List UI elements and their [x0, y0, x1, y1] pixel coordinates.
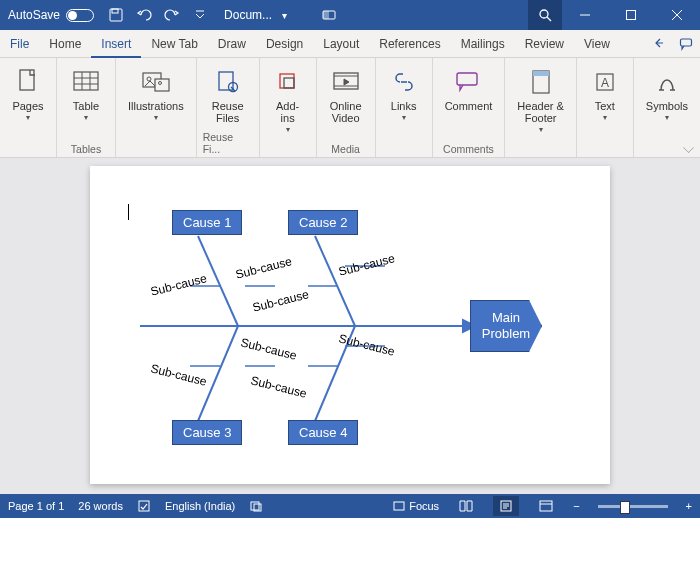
- online-video-button[interactable]: Online Video: [323, 62, 369, 128]
- reuse-files-icon: [212, 66, 244, 98]
- cause1-box[interactable]: Cause 1: [172, 210, 242, 235]
- undo-button[interactable]: [130, 0, 158, 30]
- word-app-icon: [317, 0, 341, 30]
- word-count[interactable]: 26 words: [78, 500, 123, 512]
- tab-mailings[interactable]: Mailings: [451, 30, 515, 58]
- web-layout-button[interactable]: [533, 496, 559, 516]
- qat-customize-button[interactable]: [186, 0, 214, 30]
- chevron-down-icon: ▾: [539, 126, 543, 134]
- document-title[interactable]: Docum...: [214, 8, 282, 22]
- svg-line-26: [315, 236, 355, 326]
- main-problem-box[interactable]: Main Problem: [470, 300, 542, 352]
- chevron-down-icon: ▾: [84, 114, 88, 122]
- group-text: A Text ▾: [577, 58, 634, 157]
- document-page[interactable]: Cause 1 Cause 2 Cause 3 Cause 4 Sub-caus…: [90, 166, 610, 484]
- ribbon: Pages ▾ Table ▾ Tables Illustrations ▾: [0, 58, 700, 158]
- illustrations-icon: [140, 66, 172, 98]
- chevron-down-icon: ▾: [154, 114, 158, 122]
- tab-insert[interactable]: Insert: [91, 30, 141, 58]
- online-video-icon: [330, 66, 362, 98]
- tables-group-label: Tables: [71, 142, 101, 155]
- comments-pane-button[interactable]: [672, 30, 700, 58]
- header-footer-group-label: [539, 142, 542, 155]
- illustrations-button[interactable]: Illustrations ▾: [122, 62, 190, 126]
- tab-design[interactable]: Design: [256, 30, 313, 58]
- tab-references[interactable]: References: [369, 30, 450, 58]
- svg-rect-1: [112, 9, 118, 13]
- pages-button[interactable]: Pages ▾: [6, 62, 50, 126]
- links-icon: [388, 66, 420, 98]
- tab-layout[interactable]: Layout: [313, 30, 369, 58]
- read-mode-button[interactable]: [453, 496, 479, 516]
- chevron-down-icon: ▾: [26, 114, 30, 122]
- symbols-button[interactable]: Symbols ▾: [640, 62, 694, 126]
- group-links: Links ▾: [376, 58, 433, 157]
- save-button[interactable]: [102, 0, 130, 30]
- text-icon: A: [589, 66, 621, 98]
- symbols-icon: [651, 66, 683, 98]
- table-label: Table: [73, 100, 99, 112]
- zoom-out-button[interactable]: −: [573, 500, 579, 512]
- chevron-down-icon[interactable]: ▾: [282, 10, 287, 21]
- close-button[interactable]: [654, 0, 700, 30]
- spellcheck-button[interactable]: [137, 499, 151, 513]
- svg-rect-8: [74, 72, 98, 90]
- print-layout-button[interactable]: [493, 496, 519, 516]
- group-addins: Add- ins ▾: [260, 58, 317, 157]
- cause3-box[interactable]: Cause 3: [172, 420, 242, 445]
- svg-rect-16: [284, 78, 294, 88]
- autosave-toggle-off-icon[interactable]: [66, 9, 94, 22]
- tab-draw[interactable]: Draw: [208, 30, 256, 58]
- tab-review[interactable]: Review: [515, 30, 574, 58]
- search-button[interactable]: [528, 0, 562, 30]
- links-button[interactable]: Links ▾: [382, 62, 426, 126]
- group-illustrations: Illustrations ▾: [116, 58, 197, 157]
- chevron-down-icon: ▾: [286, 126, 290, 134]
- cause2-box[interactable]: Cause 2: [288, 210, 358, 235]
- tab-file[interactable]: File: [0, 30, 39, 58]
- maximize-button[interactable]: [608, 0, 654, 30]
- cause4-box[interactable]: Cause 4: [288, 420, 358, 445]
- online-video-label: Online Video: [330, 100, 362, 124]
- group-symbols: Symbols ▾: [634, 58, 700, 157]
- comment-label: Comment: [445, 100, 493, 112]
- group-header-footer: Header & Footer ▾: [505, 58, 576, 157]
- svg-rect-11: [155, 79, 169, 91]
- page-indicator[interactable]: Page 1 of 1: [8, 500, 64, 512]
- illustrations-group-label: [154, 142, 157, 155]
- header-footer-icon: [525, 66, 557, 98]
- autosave-control[interactable]: AutoSave: [0, 8, 102, 22]
- addins-label: Add- ins: [276, 100, 299, 124]
- tab-view[interactable]: View: [574, 30, 620, 58]
- header-footer-button[interactable]: Header & Footer ▾: [511, 62, 569, 138]
- focus-mode-button[interactable]: Focus: [393, 500, 439, 512]
- tab-newtab[interactable]: New Tab: [141, 30, 207, 58]
- redo-button[interactable]: [158, 0, 186, 30]
- reuse-files-label: Reuse Files: [212, 100, 244, 124]
- text-button[interactable]: A Text ▾: [583, 62, 627, 126]
- comment-button[interactable]: Comment: [439, 62, 499, 116]
- symbols-group-label: [665, 142, 668, 155]
- autosave-label: AutoSave: [8, 8, 60, 22]
- share-button[interactable]: [644, 30, 672, 58]
- svg-rect-40: [394, 502, 404, 510]
- chevron-down-icon: ▾: [603, 114, 607, 122]
- header-footer-label: Header & Footer: [517, 100, 563, 124]
- reuse-files-button[interactable]: Reuse Files: [205, 62, 251, 128]
- group-tables: Table ▾ Tables: [57, 58, 116, 157]
- addins-button[interactable]: Add- ins ▾: [266, 62, 310, 138]
- minimize-button[interactable]: [562, 0, 608, 30]
- chevron-down-icon: ▾: [665, 114, 669, 122]
- reuse-files-group-label: Reuse Fi...: [203, 130, 253, 155]
- zoom-slider[interactable]: [598, 505, 668, 508]
- language-indicator[interactable]: English (India): [165, 500, 235, 512]
- table-button[interactable]: Table ▾: [63, 62, 109, 126]
- svg-rect-20: [533, 71, 549, 76]
- svg-rect-5: [627, 11, 636, 20]
- zoom-in-button[interactable]: +: [686, 500, 692, 512]
- ribbon-tab-strip: File Home Insert New Tab Draw Design Lay…: [0, 30, 700, 58]
- table-icon: [70, 66, 102, 98]
- document-canvas[interactable]: Cause 1 Cause 2 Cause 3 Cause 4 Sub-caus…: [0, 158, 700, 494]
- accessibility-button[interactable]: [249, 499, 263, 513]
- tab-home[interactable]: Home: [39, 30, 91, 58]
